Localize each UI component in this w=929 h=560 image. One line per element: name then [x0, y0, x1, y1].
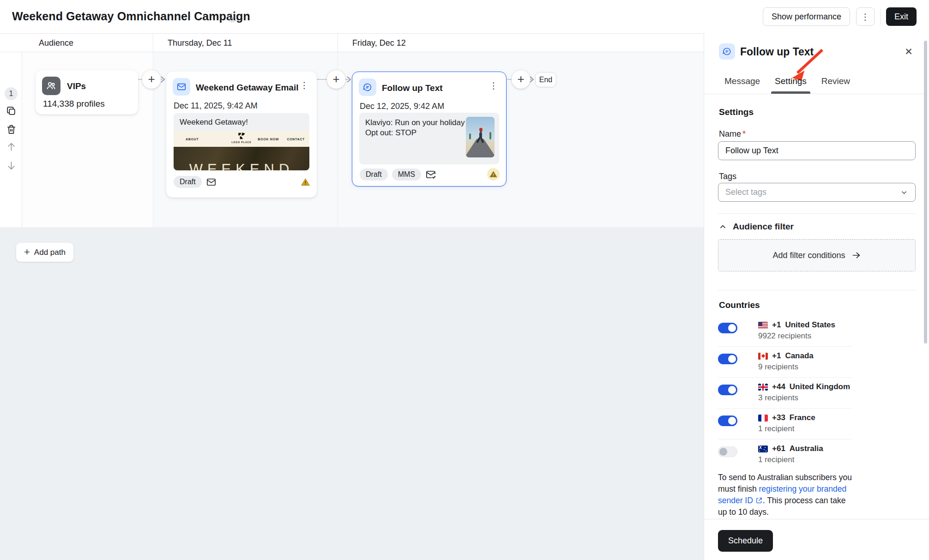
- country-row: +61 Australia 1 recipient: [718, 440, 852, 470]
- country-flag-icon: [758, 322, 768, 329]
- email-status-badge: Draft: [174, 176, 202, 188]
- country-row: +1 Canada 9 recipients: [718, 347, 852, 378]
- country-toggle[interactable]: [718, 354, 737, 364]
- add-step-button[interactable]: +: [512, 70, 530, 89]
- delete-path-icon[interactable]: [6, 124, 17, 135]
- end-node: End: [535, 72, 556, 87]
- email-nav-book-now: BOOK NOW: [258, 138, 279, 141]
- top-header: Weekend Getaway Omnichannel Campaign Sho…: [0, 0, 929, 33]
- audience-filter-toggle[interactable]: Audience filter: [719, 222, 794, 232]
- email-warning: [301, 177, 310, 187]
- show-performance-button[interactable]: Show performance: [763, 7, 850, 26]
- country-row: +33 France 1 recipient: [718, 409, 852, 440]
- name-input[interactable]: [718, 141, 916, 160]
- tab-review[interactable]: Review: [821, 72, 850, 94]
- audience-card-title: VIPs: [67, 81, 86, 91]
- country-recipient-count: 9 recipients: [758, 362, 814, 372]
- country-info: +33 France 1 recipient: [758, 413, 815, 434]
- email-template-navbar: ABOUT LOGO PLACE BOOK NOW CONTACT: [174, 131, 309, 147]
- add-step-button[interactable]: +: [327, 70, 345, 89]
- country-row: +1 United States 9922 recipients: [718, 316, 852, 347]
- country-recipient-count: 9922 recipients: [758, 331, 835, 341]
- country-dial-code: +61: [772, 444, 785, 453]
- sms-card-footer: Draft MMS: [360, 168, 500, 181]
- country-toggle[interactable]: [718, 446, 737, 457]
- header-actions: Show performance ⋮ Exit: [763, 7, 917, 26]
- toggle-knob: [728, 386, 736, 394]
- email-nav-contact: CONTACT: [287, 138, 305, 141]
- country-info: +44 United Kingdom 3 recipients: [758, 382, 850, 403]
- logo-text: LOGO PLACE: [231, 141, 251, 144]
- country-toggle[interactable]: [718, 385, 737, 395]
- section-divider: [718, 290, 916, 290]
- country-flag-icon: [758, 384, 768, 391]
- tab-settings[interactable]: Settings: [775, 72, 807, 94]
- message-settings-panel: Follow up Text ✕ Message Settings Review…: [704, 33, 929, 560]
- email-card-footer: Draft: [174, 176, 310, 188]
- add-step-button[interactable]: +: [142, 70, 161, 89]
- panel-title: Follow up Text: [740, 46, 814, 58]
- name-label: Name*: [719, 129, 746, 139]
- path-toolbar-rail: [0, 52, 22, 227]
- mms-image-thumbnail: [466, 117, 495, 157]
- sms-preview: Klaviyo: Run on your holiday Opt out: ST…: [359, 113, 499, 164]
- country-name: Canada: [785, 351, 813, 361]
- toggle-knob: [728, 355, 736, 363]
- audience-filter-label: Audience filter: [733, 222, 794, 232]
- campaign-canvas: 1: [0, 52, 704, 560]
- close-panel-button[interactable]: ✕: [902, 45, 915, 58]
- country-info: +1 United States 9922 recipients: [758, 320, 835, 341]
- move-path-up-icon[interactable]: [6, 141, 17, 153]
- required-asterisk: *: [742, 129, 746, 138]
- section-divider: [718, 213, 916, 214]
- country-recipient-count: 1 recipient: [758, 424, 815, 434]
- email-card-kebab[interactable]: ⋮: [298, 80, 310, 92]
- sms-card-selected[interactable]: Follow up Text ⋮ Dec 12, 2025, 9:42 AM K…: [352, 72, 507, 187]
- country-name: United States: [785, 320, 835, 330]
- saved-check-icon: [227, 12, 238, 23]
- panel-scrollbar-thumb[interactable]: [924, 41, 927, 343]
- audience-profile-count: 114,338 profiles: [43, 99, 105, 109]
- tab-message[interactable]: Message: [724, 72, 760, 94]
- campaign-builder-app: Weekend Getaway Omnichannel Campaign Sho…: [0, 0, 929, 560]
- header-separator: [880, 9, 881, 24]
- sms-warning: [487, 168, 500, 181]
- add-path-button[interactable]: + Add path: [16, 243, 73, 262]
- country-toggle[interactable]: [718, 323, 737, 333]
- country-name: Australia: [790, 444, 823, 453]
- sms-message-text: Klaviyo: Run on your holiday Opt out: ST…: [365, 118, 466, 138]
- email-card[interactable]: Weekend Getaway Email ⋮ Dec 11, 2025, 9:…: [166, 72, 317, 198]
- panel-tabs: Message Settings Review: [704, 72, 929, 94]
- move-path-down-icon[interactable]: [6, 160, 17, 171]
- add-path-label: Add path: [34, 248, 66, 257]
- country-flag-icon: [758, 446, 768, 452]
- page-title: Weekend Getaway Omnichannel Campaign: [12, 10, 250, 23]
- tags-select[interactable]: Select tags: [718, 183, 916, 202]
- add-filter-conditions-button[interactable]: Add filter conditions: [718, 239, 916, 271]
- email-icon: [173, 78, 190, 96]
- envelope-check-icon: [425, 169, 436, 180]
- country-dial-code: +44: [772, 382, 785, 391]
- header-kebab-button[interactable]: ⋮: [856, 7, 875, 26]
- column-label-audience: Audience: [39, 38, 73, 48]
- audience-people-icon: [42, 77, 60, 95]
- email-hero-image: WEEKEND: [174, 147, 309, 170]
- column-divider: [153, 34, 153, 52]
- column-divider: [338, 34, 338, 52]
- warning-icon: [487, 168, 500, 181]
- audience-card-vips[interactable]: VIPs 114,338 profiles: [36, 70, 138, 114]
- toggle-knob: [719, 448, 727, 456]
- exit-button[interactable]: Exit: [886, 7, 917, 26]
- envelope-icon: [206, 177, 217, 187]
- toggle-knob: [728, 417, 736, 425]
- email-card-date: Dec 11, 2025, 9:42 AM: [174, 101, 258, 111]
- country-flag-icon: [758, 415, 768, 422]
- schedule-button[interactable]: Schedule: [718, 530, 773, 552]
- country-toggle[interactable]: [718, 415, 737, 426]
- sms-card-kebab[interactable]: ⋮: [488, 80, 500, 92]
- external-link-icon[interactable]: [755, 497, 763, 504]
- warning-icon: [301, 177, 310, 187]
- column-label-friday: Friday, Dec 12: [352, 38, 406, 48]
- duplicate-path-icon[interactable]: [6, 105, 17, 117]
- sms-channel-badge: MMS: [392, 169, 421, 181]
